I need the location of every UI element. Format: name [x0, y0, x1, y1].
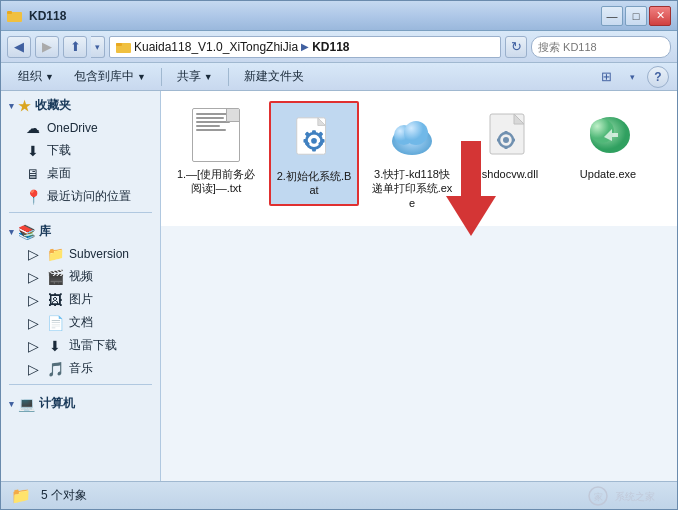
include-library-button[interactable]: 包含到库中 ▼	[65, 66, 155, 88]
view-button[interactable]: ⊞	[595, 66, 617, 88]
addressbar: ◀ ▶ ⬆ ▾ Kuaida118_V1.0_XiTongZhiJia ▶ KD…	[1, 31, 677, 63]
svg-text:系统之家: 系统之家	[615, 491, 655, 502]
sidebar-item-pictures[interactable]: ▷ 🖼 图片	[1, 288, 160, 311]
new-folder-button[interactable]: 新建文件夹	[235, 66, 313, 88]
sidebar-item-onedrive[interactable]: ☁ OneDrive	[1, 117, 160, 139]
search-input[interactable]	[532, 41, 671, 53]
toolbar-separator-2	[228, 68, 229, 86]
pictures-icon: 🖼	[47, 292, 63, 308]
sidebar-item-download[interactable]: ⬇ 下载	[1, 139, 160, 162]
toolbar: 组织 ▼ 包含到库中 ▼ 共享 ▼ 新建文件夹 ⊞ ▾ ?	[1, 63, 677, 91]
sidebar-item-recent[interactable]: 📍 最近访问的位置	[1, 185, 160, 208]
nav-dropdown[interactable]: ▾	[91, 36, 105, 58]
watermark: 家 系统之家	[587, 485, 667, 507]
libraries-section: ▾ 📚 库 ▷ 📁 Subversion ▷ 🎬 视频 ▷ 🖼	[1, 217, 160, 380]
path-current: KD118	[312, 40, 349, 54]
favorites-header[interactable]: ▾ ★ 收藏夹	[1, 91, 160, 117]
organize-button[interactable]: 组织 ▼	[9, 66, 63, 88]
up-button[interactable]: ⬆	[63, 36, 87, 58]
favorites-section: ▾ ★ 收藏夹 ☁ OneDrive ⬇ 下载 🖥 桌面 📍	[1, 91, 160, 208]
txt-icon-area	[188, 107, 244, 163]
file-item-bat[interactable]: 2.初始化系统.Bat	[269, 101, 359, 206]
file-pane-wrapper: 1.—[使用前务必阅读]—.txt	[161, 91, 677, 481]
path-root: Kuaida118_V1.0_XiTongZhiJia	[116, 40, 298, 54]
subversion-folder-icon: 📁	[47, 246, 63, 262]
path-folder-icon	[116, 40, 132, 54]
sidebar-item-subversion[interactable]: ▷ 📁 Subversion	[1, 243, 160, 265]
desktop-icon: 🖥	[25, 166, 41, 182]
status-folder-icon: 📁	[11, 486, 31, 505]
statusbar: 📁 5 个对象 家 系统之家	[1, 481, 677, 509]
computer-icon: 💻	[18, 396, 35, 412]
file-label-txt: 1.—[使用前务必阅读]—.txt	[175, 167, 257, 196]
close-button[interactable]: ✕	[649, 6, 671, 26]
thunder-icon: ⬇	[47, 338, 63, 354]
titlebar-left: KD118	[7, 8, 601, 24]
exe-cloud-icon-area	[384, 107, 440, 163]
update-icon-area	[580, 107, 636, 163]
back-button[interactable]: ◀	[7, 36, 31, 58]
txt-icon	[192, 108, 240, 162]
update-exe-icon	[582, 109, 634, 161]
dll-icon	[486, 110, 534, 160]
sidebar-item-docs[interactable]: ▷ 📄 文档	[1, 311, 160, 334]
file-item-exe-cloud[interactable]: 3.快打-kd118快递单打印系统.exe	[367, 101, 457, 216]
svg-point-23	[503, 137, 509, 143]
folder-icon	[7, 8, 23, 24]
view-dropdown-button[interactable]: ▾	[621, 66, 643, 88]
svg-rect-27	[512, 139, 515, 142]
docs-icon: 📄	[47, 315, 63, 331]
svg-text:家: 家	[594, 492, 603, 502]
toolbar-separator	[161, 68, 162, 86]
favorites-arrow: ▾	[9, 101, 14, 111]
address-path[interactable]: Kuaida118_V1.0_XiTongZhiJia ▶ KD118	[109, 36, 501, 58]
svg-rect-4	[116, 43, 122, 46]
video-expand-icon: ▷	[25, 269, 41, 285]
computer-header[interactable]: ▾ 💻 计算机	[1, 389, 160, 415]
help-button[interactable]: ?	[647, 66, 669, 88]
forward-button[interactable]: ▶	[35, 36, 59, 58]
cloud-exe-icon	[386, 109, 438, 161]
file-item-txt[interactable]: 1.—[使用前务必阅读]—.txt	[171, 101, 261, 202]
minimize-button[interactable]: —	[601, 6, 623, 26]
music-expand-icon: ▷	[25, 361, 41, 377]
svg-rect-25	[505, 146, 508, 149]
sidebar-item-thunder[interactable]: ▷ ⬇ 迅雷下载	[1, 334, 160, 357]
video-icon: 🎬	[47, 269, 63, 285]
music-icon: 🎵	[47, 361, 63, 377]
window-controls: — □ ✕	[601, 6, 671, 26]
toolbar-right: ⊞ ▾ ?	[595, 66, 669, 88]
svg-rect-26	[497, 139, 500, 142]
star-icon: ★	[18, 98, 31, 114]
titlebar: KD118 — □ ✕	[1, 1, 677, 31]
onedrive-icon: ☁	[25, 120, 41, 136]
path-separator: ▶	[301, 41, 309, 52]
svg-rect-10	[312, 148, 316, 152]
file-label-bat: 2.初始化系统.Bat	[275, 169, 353, 198]
search-box[interactable]: 🔍	[531, 36, 671, 58]
watermark-logo: 家 系统之家	[587, 485, 667, 507]
bat-gear-icon	[291, 114, 337, 160]
refresh-button[interactable]: ↻	[505, 36, 527, 58]
computer-section: ▾ 💻 计算机	[1, 389, 160, 415]
file-item-dll[interactable]: shdocvw.dll	[465, 101, 555, 187]
file-item-update[interactable]: Update.exe	[563, 101, 653, 187]
libraries-arrow: ▾	[9, 227, 14, 237]
explorer-window: KD118 — □ ✕ ◀ ▶ ⬆ ▾ Kuaida118_V1.0_XiTon…	[0, 0, 678, 510]
download-icon: ⬇	[25, 143, 41, 159]
svg-rect-9	[312, 130, 316, 134]
svg-point-8	[311, 138, 317, 144]
thunder-expand-icon: ▷	[25, 338, 41, 354]
sidebar-item-desktop[interactable]: 🖥 桌面	[1, 162, 160, 185]
docs-expand-icon: ▷	[25, 315, 41, 331]
share-button[interactable]: 共享 ▼	[168, 66, 222, 88]
libraries-header[interactable]: ▾ 📚 库	[1, 217, 160, 243]
sidebar-item-music[interactable]: ▷ 🎵 音乐	[1, 357, 160, 380]
sidebar-item-video[interactable]: ▷ 🎬 视频	[1, 265, 160, 288]
svg-rect-2	[7, 11, 12, 14]
sidebar: ▾ ★ 收藏夹 ☁ OneDrive ⬇ 下载 🖥 桌面 📍	[1, 91, 161, 481]
svg-point-19	[404, 121, 428, 145]
maximize-button[interactable]: □	[625, 6, 647, 26]
sidebar-divider-2	[9, 384, 152, 385]
content-area: ▾ ★ 收藏夹 ☁ OneDrive ⬇ 下载 🖥 桌面 📍	[1, 91, 677, 481]
